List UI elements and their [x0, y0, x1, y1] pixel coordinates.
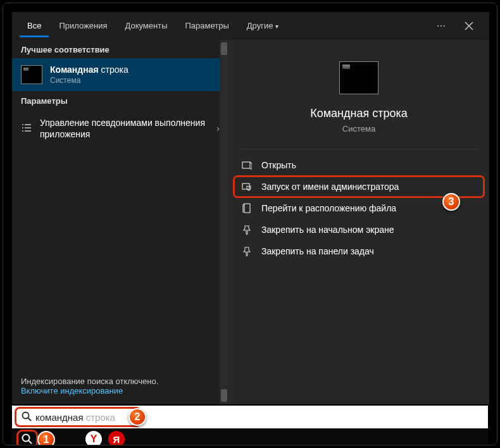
tab-more[interactable]: Другие▾ — [239, 15, 287, 37]
svg-point-13 — [23, 435, 30, 442]
result-command-prompt[interactable]: Командная строка Система — [12, 58, 228, 91]
search-window: Все Приложения Документы Параметры Други… — [12, 12, 489, 404]
pin-start-icon — [241, 225, 253, 235]
annotation-badge-2: 2 — [128, 408, 146, 426]
preview-title: Командная строка — [228, 107, 489, 120]
svg-point-11 — [23, 412, 29, 418]
result-title: Командная строка — [50, 65, 220, 75]
taskbar: Y Я — [12, 430, 488, 445]
tab-documents[interactable]: Документы — [117, 15, 175, 37]
yandex-icon[interactable]: Я — [108, 431, 125, 445]
search-typed-text: командная строка — [35, 412, 115, 423]
search-icon — [22, 411, 32, 423]
preview-panel: Командная строка Система Открыть Запуск … — [228, 40, 489, 404]
section-best-match: Лучшее соответствие — [12, 40, 228, 58]
annotation-badge-3: 3 — [442, 193, 460, 211]
taskbar-search-button[interactable] — [18, 432, 36, 445]
action-pin-taskbar[interactable]: Закрепить на панели задач — [234, 240, 484, 262]
section-settings: Параметры — [12, 91, 228, 109]
more-options-button[interactable]: ⋯ — [428, 13, 454, 39]
svg-line-14 — [28, 440, 32, 444]
pin-taskbar-icon — [241, 246, 253, 256]
svg-rect-10 — [244, 204, 250, 213]
chevron-down-icon: ▾ — [275, 23, 278, 30]
enable-indexing-link[interactable]: Включите индексирование — [21, 386, 123, 395]
folder-icon — [241, 203, 253, 213]
preview-subtitle: Система — [228, 124, 489, 134]
tab-settings[interactable]: Параметры — [177, 15, 236, 37]
cmd-icon — [21, 65, 42, 84]
shield-admin-icon — [241, 182, 253, 192]
list-icon — [21, 122, 32, 135]
tab-apps[interactable]: Приложения — [51, 15, 115, 37]
close-button[interactable] — [456, 13, 482, 39]
svg-line-12 — [28, 418, 32, 421]
preview-cmd-icon — [339, 61, 378, 94]
settings-alias-management[interactable]: Управление псевдонимами выполнения прило… — [12, 109, 228, 147]
svg-rect-8 — [242, 162, 250, 168]
tab-bar: Все Приложения Документы Параметры Други… — [12, 12, 489, 40]
yandex-browser-icon[interactable]: Y — [85, 431, 102, 445]
result-subtitle: Система — [50, 76, 220, 85]
open-icon — [241, 160, 253, 170]
action-pin-start[interactable]: Закрепить на начальном экране — [234, 219, 484, 240]
annotation-badge-1: 1 — [37, 431, 55, 445]
scrollbar[interactable] — [220, 40, 228, 404]
results-panel: Лучшее соответствие Командная строка Сис… — [12, 40, 228, 404]
tab-all[interactable]: Все — [20, 15, 49, 37]
search-input[interactable]: командная строка — [15, 407, 141, 427]
indexing-notice: Индексирование поиска отключено. Включит… — [12, 370, 228, 404]
action-open[interactable]: Открыть — [234, 154, 484, 176]
